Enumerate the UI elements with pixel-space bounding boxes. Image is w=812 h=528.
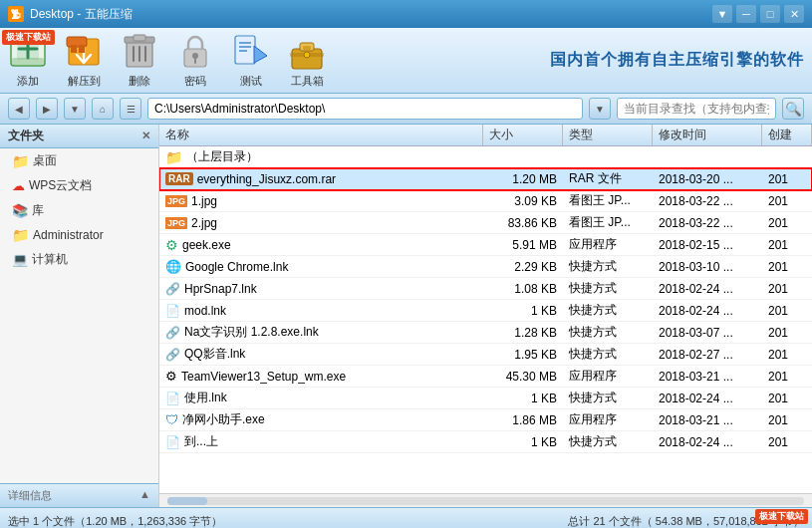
file-type-cell: 快捷方式 — [563, 346, 653, 363]
address-bar: ◀ ▶ ▼ ⌂ ☰ ▼ 🔍 — [0, 94, 812, 125]
svg-rect-19 — [235, 36, 255, 64]
search-input[interactable] — [617, 98, 776, 120]
sidebar-item-library[interactable]: 📚 库 — [0, 198, 158, 223]
file-size-cell: 1 KB — [483, 304, 563, 318]
watermark-top-left: 极速下载站 — [2, 30, 55, 45]
file-name: （上层目录） — [186, 148, 258, 165]
file-size: 83.86 KB — [508, 216, 557, 230]
col-header-type[interactable]: 类型 — [563, 125, 653, 145]
minimize-button[interactable]: ─ — [736, 5, 756, 23]
detail-expand-icon[interactable]: ▲ — [139, 488, 150, 500]
toolbar-toolbox[interactable]: 工具箱 — [287, 32, 327, 89]
brand-slogan: 国内首个拥有自主压缩引擎的软件 — [550, 50, 804, 71]
file-date: 2018-03-22 ... — [659, 194, 733, 208]
address-input[interactable] — [147, 98, 583, 120]
svg-point-28 — [304, 52, 310, 58]
table-row[interactable]: 🔗 Na文字识别 1.2.8.exe.lnk 1.28 KB 快捷方式 2018… — [159, 322, 812, 344]
toolbar-delete[interactable]: 删除 — [120, 32, 159, 89]
table-row[interactable]: JPG 2.jpg 83.86 KB 看图王 JP... 2018-03-22 … — [159, 212, 812, 234]
file-name: mod.lnk — [184, 304, 226, 318]
extra-btn-1[interactable]: ▼ — [712, 5, 732, 23]
col-header-name[interactable]: 名称 — [159, 125, 483, 145]
file-type-cell: 应用程序 — [563, 236, 653, 253]
file-create: 201 — [768, 260, 788, 274]
hscroll-thumb[interactable] — [167, 497, 207, 505]
col-name-label: 名称 — [165, 127, 189, 143]
extract-label: 解压到 — [68, 74, 101, 89]
sidebar-item-wps[interactable]: ☁ WPS云文档 — [0, 173, 158, 198]
file-date-cell: 2018-02-27 ... — [653, 348, 762, 362]
file-type-cell: RAR 文件 — [563, 170, 653, 187]
table-row[interactable]: RAR everything_Jisuxz.com.rar 1.20 MB RA… — [159, 168, 812, 190]
dropdown-button[interactable]: ▼ — [64, 98, 86, 120]
list-view-button[interactable]: ☰ — [120, 98, 141, 120]
toolbar-brand: 国内首个拥有自主压缩引擎的软件 — [550, 50, 804, 71]
sidebar-item-desktop[interactable]: 📁 桌面 — [0, 148, 158, 173]
sidebar-label-wps: WPS云文档 — [29, 177, 92, 194]
close-button[interactable]: ✕ — [784, 5, 804, 23]
file-type-cell: 应用程序 — [563, 411, 653, 428]
col-header-create[interactable]: 创建 — [762, 125, 812, 145]
file-name: TeamViewer13_Setup_wm.exe — [181, 370, 346, 384]
table-row[interactable]: 📁 （上层目录） — [159, 146, 812, 168]
sidebar-close-button[interactable]: ✕ — [141, 130, 150, 142]
toolbox-label: 工具箱 — [291, 74, 324, 89]
qq-lnk-icon: 🔗 — [165, 348, 180, 362]
file-create: 201 — [768, 172, 788, 186]
file-name-cell: ⚙ geek.exe — [159, 237, 483, 253]
toolbar: 极速下载站 添加 — [0, 28, 812, 94]
table-row[interactable]: 📄 mod.lnk 1 KB 快捷方式 2018-02-24 ... 201 — [159, 300, 812, 322]
file-size-cell: 1.20 MB — [483, 172, 563, 186]
file-create-cell: 201 — [762, 238, 812, 252]
sidebar-item-admin[interactable]: 📁 Administrator — [0, 223, 158, 247]
file-name: QQ影音.lnk — [184, 346, 245, 363]
file-date: 2018-02-24 ... — [659, 435, 733, 449]
file-date: 2018-02-15 ... — [659, 238, 733, 252]
table-row[interactable]: 📄 到...上 1 KB 快捷方式 2018-02-24 ... 201 — [159, 431, 812, 453]
table-row[interactable]: ⚙ TeamViewer13_Setup_wm.exe 45.30 MB 应用程… — [159, 366, 812, 388]
file-type: 看图王 JP... — [569, 214, 631, 231]
file-date-cell: 2018-03-07 ... — [653, 326, 762, 340]
sidebar-item-computer[interactable]: 💻 计算机 — [0, 247, 158, 272]
toolbar-test[interactable]: 测试 — [231, 32, 271, 89]
file-create-cell: 201 — [762, 194, 812, 208]
file-date-cell: 2018-02-24 ... — [653, 392, 762, 405]
table-row[interactable]: 🛡 净网小助手.exe 1.86 MB 应用程序 2018-03-21 ... … — [159, 409, 812, 431]
file-date: 2018-03-10 ... — [659, 260, 733, 274]
file-date-cell: 2018-03-21 ... — [653, 370, 762, 384]
file-size: 1.08 KB — [514, 282, 557, 296]
table-row[interactable]: JPG 1.jpg 3.09 KB 看图王 JP... 2018-03-22 .… — [159, 190, 812, 212]
search-button[interactable]: 🔍 — [782, 98, 804, 120]
table-row[interactable]: 🔗 HprSnap7.lnk 1.08 KB 快捷方式 2018-02-24 .… — [159, 278, 812, 300]
col-header-size[interactable]: 大小 — [483, 125, 563, 145]
table-row[interactable]: 🔗 QQ影音.lnk 1.95 KB 快捷方式 2018-02-27 ... 2… — [159, 344, 812, 366]
file-size: 45.30 MB — [506, 370, 557, 384]
maximize-button[interactable]: □ — [760, 5, 780, 23]
table-row[interactable]: ⚙ geek.exe 5.91 MB 应用程序 2018-02-15 ... 2… — [159, 234, 812, 256]
forward-button[interactable]: ▶ — [36, 98, 58, 120]
extract-icon-wrap — [64, 32, 104, 72]
sidebar-header: 文件夹 ✕ — [0, 125, 158, 148]
file-date-cell: 2018-03-20 ... — [653, 172, 762, 186]
address-go-button[interactable]: ▼ — [589, 98, 611, 120]
col-header-date[interactable]: 修改时间 — [653, 125, 762, 145]
file-create-cell: 201 — [762, 392, 812, 405]
file-type-cell: 快捷方式 — [563, 302, 653, 319]
toolbar-extract[interactable]: 解压到 — [64, 32, 104, 89]
sidebar-label-desktop: 桌面 — [33, 152, 57, 169]
toolbox-icon-wrap — [287, 32, 327, 72]
file-name-cell: RAR everything_Jisuxz.com.rar — [159, 172, 483, 186]
table-row[interactable]: 🌐 Google Chrome.lnk 2.29 KB 快捷方式 2018-03… — [159, 256, 812, 278]
file-create: 201 — [768, 435, 788, 449]
file-size: 2.29 KB — [514, 260, 557, 274]
file-name-cell: 🔗 HprSnap7.lnk — [159, 282, 483, 296]
table-row[interactable]: 📄 使用.lnk 1 KB 快捷方式 2018-02-24 ... 201 — [159, 388, 812, 409]
use-lnk-icon: 📄 — [165, 392, 180, 405]
file-name: geek.exe — [182, 238, 231, 252]
extract-icon — [65, 33, 103, 71]
toolbar-pwd[interactable]: 密码 — [175, 32, 215, 89]
horizontal-scrollbar[interactable] — [159, 493, 812, 507]
back-button[interactable]: ◀ — [8, 98, 30, 120]
home-button[interactable]: ⌂ — [92, 98, 114, 120]
toolbox-icon — [288, 33, 326, 71]
